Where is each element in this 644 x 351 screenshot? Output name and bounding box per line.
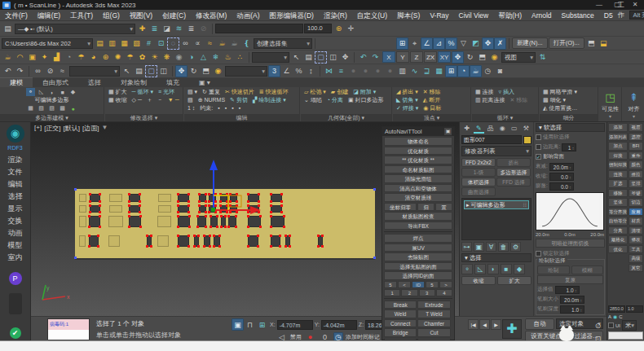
autonavi-button[interactable]: 清除光滑组 — [384, 174, 452, 183]
element-mode-icon[interactable]: ◆ — [68, 88, 77, 96]
modifier-icon-2[interactable]: ▧ — [37, 104, 46, 112]
circle-region-icon[interactable]: ◌ — [167, 37, 179, 50]
listener-pink-line[interactable]: 病毒码:1 — [48, 319, 89, 330]
border-mode-icon[interactable]: ◗ — [47, 88, 56, 96]
utilities-tab[interactable]: ⚒ — [521, 123, 532, 134]
script-panel-button[interactable]: 其它 — [629, 264, 643, 273]
p-plugin-icon[interactable]: P — [9, 272, 22, 285]
zero-coords-button[interactable]: 坐标归零 — [384, 203, 417, 212]
funnel-icon[interactable]: ▼ — [101, 124, 108, 133]
viewport-menu-pov[interactable]: [正交] — [44, 124, 60, 133]
modify-tab[interactable]: ✎ — [474, 123, 485, 134]
sidebar-menu-item[interactable]: 选择 — [8, 191, 23, 203]
menu-item[interactable]: 动画(A) — [232, 10, 264, 21]
hierarchy-tab[interactable]: 品 — [485, 123, 496, 134]
vray-fb-icon[interactable]: ▣ — [26, 51, 38, 64]
affect-backfacing-checkbox[interactable] — [536, 154, 541, 160]
stack-item-editable-poly[interactable]: ▸ 可编辑多边形 ⁝⁝ — [464, 200, 529, 209]
save-icon[interactable]: ⬒ — [585, 37, 598, 50]
c-button[interactable]: C — [619, 314, 622, 319]
menu-item[interactable]: 视图(V) — [125, 10, 157, 21]
script-panel-button[interactable]: 等分齐接 — [608, 208, 628, 217]
rect-region-icon[interactable]: ▢ — [145, 65, 157, 77]
axis-constraint-button[interactable]: XY — [438, 51, 451, 63]
shaded-face-toggle-button[interactable]: 明暗处理面切换 — [536, 239, 605, 248]
sidebar-menu-item[interactable]: 模型 — [8, 239, 23, 252]
script-panel-button[interactable]: 坚体 — [608, 198, 628, 207]
autonavi-title-bar[interactable]: AutoNaviTTool ▣ — [382, 127, 454, 136]
sidebar-menu-item[interactable]: 渲染 — [8, 154, 23, 166]
axis-constraint-button[interactable]: Z — [410, 51, 423, 63]
group-label[interactable]: 编辑 — [184, 114, 299, 122]
ui-checkbox[interactable] — [608, 322, 614, 328]
group-label[interactable]: 细分 — [540, 114, 598, 122]
pivot-green-icon[interactable]: ● — [68, 104, 77, 112]
ribbon-button[interactable]: ↻ 重复 — [201, 88, 222, 96]
save-file-icon[interactable]: ▤ — [94, 37, 106, 50]
script-panel-button[interactable]: 颜色 — [629, 160, 643, 169]
pivot-arrows-icon[interactable]: ⇅ — [536, 51, 549, 64]
autonavi-close-icon[interactable]: ▣ — [444, 128, 452, 135]
ribbon-button[interactable]: ▧ — [186, 96, 195, 104]
poly-edit-shortcut-button[interactable]: Weld — [384, 309, 417, 318]
script-panel-button[interactable]: 修改 — [629, 235, 643, 244]
ribbon-button[interactable]: ▪ — [230, 104, 235, 112]
autonavi-button[interactable]: 优化材质 — [384, 147, 452, 156]
script-panel-button[interactable]: 高级 — [629, 254, 643, 263]
viewport-menu-edgedfaces[interactable]: [边面] — [82, 124, 99, 133]
modifier-stack[interactable]: ▸ 可编辑多边形 ⁝⁝ — [461, 198, 532, 240]
script-panel-button[interactable]: 视层 — [629, 123, 643, 132]
configure-modifier-icon[interactable]: ⚙ — [510, 242, 521, 252]
ribbon-button[interactable]: － — [156, 96, 165, 104]
selection-grow-shrink-button[interactable]: 收缩 — [461, 276, 496, 285]
edit-named-selections-icon[interactable]: ◩ — [470, 37, 482, 50]
ribbon-button[interactable]: ≣ 快速循环 — [258, 88, 290, 96]
go-start-button[interactable]: |◀ — [468, 319, 479, 330]
script-panel-button[interactable]: 材质 — [629, 217, 643, 226]
rotate-icon[interactable]: ↻ — [187, 65, 200, 77]
group-label[interactable]: 几何体(全部) ▾ — [301, 114, 391, 122]
project-folder-icon[interactable]: ▧ — [130, 37, 143, 50]
element-subobject-icon[interactable]: ◆ — [514, 264, 525, 274]
polygon-mode-icon[interactable]: ■ — [58, 88, 67, 96]
zero-sub-button-1[interactable]: 归 — [417, 203, 434, 212]
measure-distance-icon[interactable]: # — [143, 37, 155, 50]
ribbon-button[interactable]: ◉ 目标 — [421, 104, 443, 112]
material-id-button[interactable]: 2 — [401, 289, 417, 296]
script-panel-button[interactable]: 添加列表 — [608, 133, 628, 142]
select-object-icon[interactable]: ↖ — [121, 65, 133, 77]
isolate-toggle-icon[interactable]: ▣ — [232, 318, 244, 331]
script-panel-button[interactable]: 选控 — [629, 133, 643, 142]
create-new-layer-icon[interactable]: ✚ — [136, 23, 148, 35]
script-panel-button[interactable]: 移除 — [608, 189, 628, 198]
scatter-icon[interactable]: ∴ — [234, 51, 246, 64]
percent-value-field[interactable]: 100.0 — [304, 24, 332, 33]
camera-icon[interactable]: ◙ — [494, 65, 506, 77]
window-crossing-icon[interactable]: ◫ — [157, 65, 170, 77]
mesh-light-icon[interactable]: ◑ — [185, 51, 197, 64]
tool-preset-dropdown[interactable] — [252, 52, 289, 63]
maxscript-mini-listener[interactable]: 病毒码:1 — [47, 318, 90, 340]
new-scene-button[interactable]: 新建(N)... — [512, 37, 548, 49]
poly-edit-shortcut-button[interactable]: Extrude — [417, 301, 450, 309]
axis-constraint-button[interactable]: ZX — [424, 51, 437, 63]
move-icon[interactable]: ✥ — [452, 51, 464, 64]
script-panel-button[interactable]: 扩选 — [608, 179, 628, 188]
ribbon-button[interactable]: ▪ — [223, 104, 228, 112]
motion-tab[interactable]: ◉ — [497, 123, 509, 134]
autonavi-button[interactable]: 清高点和空物体 — [384, 184, 452, 193]
autonavi-button[interactable]: 导出FBX — [384, 222, 452, 230]
undo-icon[interactable]: ↶ — [2, 65, 14, 77]
coord-x-field[interactable]: -4.707m — [277, 320, 313, 330]
make-unique-icon[interactable]: ∀ — [486, 242, 496, 252]
select-by-name-icon[interactable]: ▤ — [302, 51, 315, 64]
pin-stack-icon[interactable]: ⊶ — [461, 242, 472, 252]
axis-constraint-button[interactable]: Y — [396, 51, 409, 63]
quick-modifier-button[interactable]: 体积选择 — [461, 178, 496, 186]
axis-constraint-button[interactable]: X — [382, 51, 395, 63]
scene-explorer-icon[interactable]: ▥ — [396, 65, 408, 77]
coord-y-field[interactable]: -4.042m — [321, 320, 357, 330]
edge-distance-checkbox[interactable] — [536, 144, 541, 150]
scale-icon[interactable]: ⬒ — [476, 51, 488, 64]
percent-snap-icon[interactable]: % — [445, 37, 457, 50]
